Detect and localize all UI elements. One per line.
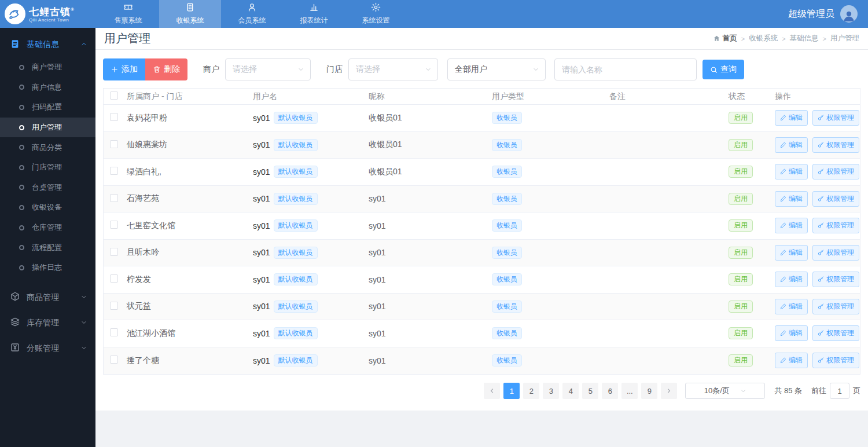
select-all-checkbox[interactable]: [110, 91, 118, 100]
nickname-cell: sy01: [364, 356, 487, 365]
sidebar-item[interactable]: 商品分类: [0, 137, 95, 157]
nav-tab[interactable]: 系统设置: [345, 0, 407, 28]
nav-tab[interactable]: 售票系统: [97, 0, 159, 28]
edit-button[interactable]: 编辑: [775, 245, 808, 261]
user-type-select[interactable]: 全部用户: [447, 58, 546, 80]
sidebar-item[interactable]: 操作日志: [0, 258, 95, 278]
add-button[interactable]: 添加: [103, 58, 145, 80]
breadcrumb-item[interactable]: 用户管理: [830, 34, 859, 43]
user-type-badge: 收银员: [492, 301, 522, 313]
search-button[interactable]: 查询: [703, 60, 744, 79]
permission-button[interactable]: 权限管理: [812, 191, 859, 207]
row-checkbox[interactable]: [110, 302, 118, 310]
page-number-button[interactable]: 3: [543, 383, 559, 399]
search-input[interactable]: [554, 58, 697, 80]
row-checkbox[interactable]: [110, 140, 118, 148]
sidebar-item[interactable]: 流程配置: [0, 237, 95, 258]
nav-tab[interactable]: 报表统计: [283, 0, 345, 28]
breadcrumb-item[interactable]: 基础信息: [790, 34, 819, 43]
pos-icon: [185, 2, 195, 14]
bar-chart-icon: [309, 2, 319, 14]
row-checkbox[interactable]: [110, 356, 118, 364]
chevron-down-icon: [297, 66, 304, 73]
page-number-button[interactable]: 5: [582, 383, 598, 399]
delete-button[interactable]: 删除: [145, 58, 187, 80]
avatar[interactable]: [840, 5, 858, 23]
edit-button[interactable]: 编辑: [775, 325, 808, 341]
breadcrumb-item[interactable]: 收银系统: [749, 34, 778, 43]
status-badge: 启用: [729, 273, 753, 285]
main-area: 用户管理 首页>收银系统>基础信息>用户管理 添加 删除 商户: [95, 28, 868, 447]
default-cashier-tag: 默认收银员: [274, 301, 318, 313]
table-row: 袁妈花甲粉sy01默认收银员收银员01收银员启用编辑权限管理: [104, 105, 860, 132]
permission-button[interactable]: 权限管理: [812, 218, 859, 233]
permission-button[interactable]: 权限管理: [812, 245, 859, 261]
row-checkbox[interactable]: [110, 221, 118, 229]
merchant-select[interactable]: 请选择: [225, 58, 311, 80]
nav-tab[interactable]: 会员系统: [221, 0, 283, 28]
merchant-store-cell: 池江湖小酒馆: [122, 328, 248, 339]
sidebar-item-label: 门店管理: [32, 162, 62, 173]
edit-button[interactable]: 编辑: [775, 191, 808, 207]
page-size-select[interactable]: 10条/页: [685, 383, 765, 399]
page-number-button[interactable]: 6: [602, 383, 618, 399]
sidebar-section[interactable]: 库存管理: [0, 310, 95, 336]
permission-button[interactable]: 权限管理: [812, 299, 859, 314]
sidebar-item[interactable]: 门店管理: [0, 157, 95, 178]
edit-button[interactable]: 编辑: [775, 272, 808, 287]
page-jump-input[interactable]: [830, 383, 849, 399]
sidebar-item[interactable]: 商户信息: [0, 78, 95, 98]
row-checkbox[interactable]: [110, 167, 118, 175]
user-type-badge: 收银员: [492, 112, 522, 124]
sidebar-item[interactable]: 收银设备: [0, 197, 95, 218]
breadcrumb-item[interactable]: 首页: [713, 34, 737, 43]
permission-button[interactable]: 权限管理: [812, 164, 859, 179]
sidebar-section-label: 分账管理: [27, 343, 59, 354]
search-icon: [710, 66, 718, 74]
page-number-button[interactable]: 2: [523, 383, 539, 399]
edit-button[interactable]: 编辑: [775, 299, 808, 314]
sidebar-section[interactable]: 商品管理: [0, 285, 95, 310]
sidebar-item[interactable]: 台桌管理: [0, 178, 95, 198]
prev-page-button[interactable]: [484, 383, 500, 399]
status-badge: 启用: [729, 219, 753, 232]
edit-button[interactable]: 编辑: [775, 137, 808, 153]
sidebar-item[interactable]: 商户管理: [0, 57, 95, 78]
user-type-badge: 收银员: [492, 273, 522, 285]
permission-button[interactable]: 权限管理: [812, 272, 859, 287]
app-root: 七鲤古镇® Qili Ancient Town 售票系统收银系统会员系统报表统计…: [0, 0, 868, 447]
page-number-button[interactable]: 4: [562, 383, 579, 399]
edit-button[interactable]: 编辑: [775, 164, 808, 179]
sidebar-item-label: 扫码配置: [32, 102, 62, 112]
permission-button[interactable]: 权限管理: [812, 137, 859, 153]
permission-button[interactable]: 权限管理: [812, 110, 859, 126]
edit-button[interactable]: 编辑: [775, 353, 808, 368]
sidebar-item[interactable]: 用户管理: [0, 118, 95, 138]
page-number-button[interactable]: 1: [503, 383, 520, 399]
document-icon: [10, 39, 20, 50]
permission-button[interactable]: 权限管理: [812, 353, 859, 368]
row-checkbox[interactable]: [110, 328, 118, 336]
bullet-circle-icon: [19, 265, 24, 270]
next-page-button[interactable]: [661, 383, 677, 399]
column-header: 昵称: [364, 91, 487, 102]
row-checkbox[interactable]: [110, 248, 118, 256]
sidebar-item[interactable]: 扫码配置: [0, 97, 95, 118]
page-number-button[interactable]: 9: [641, 383, 657, 399]
username: sy01: [253, 113, 270, 123]
row-checkbox[interactable]: [110, 113, 118, 121]
sidebar-item[interactable]: 仓库管理: [0, 218, 95, 238]
sidebar-section[interactable]: 基础信息: [0, 32, 95, 57]
app-logo[interactable]: 七鲤古镇® Qili Ancient Town: [0, 0, 97, 28]
edit-button[interactable]: 编辑: [775, 110, 808, 126]
nav-tab-label: 系统设置: [362, 16, 390, 25]
sidebar-section[interactable]: 分账管理: [0, 336, 95, 361]
row-checkbox[interactable]: [110, 274, 118, 283]
store-select[interactable]: 请选择: [348, 58, 438, 80]
edit-button[interactable]: 编辑: [775, 218, 808, 233]
permission-button[interactable]: 权限管理: [812, 325, 859, 341]
row-checkbox[interactable]: [110, 194, 118, 202]
username: sy01: [253, 275, 270, 284]
status-badge: 启用: [729, 247, 753, 259]
nav-tab[interactable]: 收银系统: [159, 0, 221, 28]
